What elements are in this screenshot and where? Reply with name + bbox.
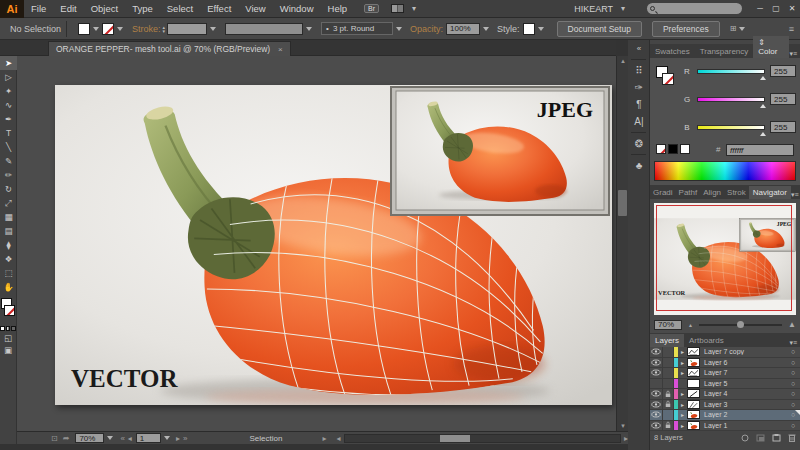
layer-row[interactable]: ▸Layer 7○: [650, 368, 800, 379]
control-panel-menu-icon[interactable]: ≡: [789, 24, 794, 34]
document-setup-button[interactable]: Document Setup: [557, 21, 642, 37]
tab-artboards[interactable]: Artboards: [684, 334, 729, 347]
dropdown-arrow-icon[interactable]: [538, 27, 544, 31]
menu-object[interactable]: Object: [84, 0, 125, 18]
layer-name[interactable]: Layer 1: [700, 422, 786, 429]
status-flyout-icon[interactable]: ▸: [322, 434, 326, 443]
stroke-swatch[interactable]: [662, 73, 674, 85]
direct-selection-tool[interactable]: ▷: [0, 70, 17, 84]
artboards-panel-icon[interactable]: ⠿: [628, 62, 650, 79]
layer-row[interactable]: Layer 5○: [650, 379, 800, 390]
target-circle-icon[interactable]: ○: [786, 348, 800, 355]
target-circle-icon[interactable]: ○: [786, 359, 800, 366]
brush-definition[interactable]: • 3 pt. Round: [321, 22, 393, 35]
layer-name[interactable]: Layer 3: [700, 401, 786, 408]
next-artboard-icon[interactable]: ▸: [176, 434, 180, 443]
tab-stroke[interactable]: Strok: [724, 186, 749, 199]
clipping-mask-icon[interactable]: [741, 434, 749, 442]
dropdown-arrow-icon[interactable]: [396, 27, 402, 31]
visibility-toggle[interactable]: [650, 389, 663, 399]
tab-transparency[interactable]: Transparency: [695, 45, 754, 58]
color-spectrum[interactable]: [654, 161, 796, 181]
menu-window[interactable]: Window: [273, 0, 321, 18]
navigator-proxy-view[interactable]: [656, 205, 792, 311]
layer-row[interactable]: ▸Layer 6○: [650, 358, 800, 369]
dropdown-arrow-icon[interactable]: [306, 27, 312, 31]
panel-menu-icon[interactable]: ▾≡: [791, 191, 800, 199]
expand-arrow-icon[interactable]: ▸: [678, 348, 687, 355]
variable-width-profile[interactable]: [225, 23, 303, 35]
layer-row[interactable]: ▸Layer 7 copy○: [650, 347, 800, 358]
dropdown-arrow-icon[interactable]: [210, 27, 216, 31]
lock-toggle[interactable]: [663, 379, 674, 389]
mesh-tool[interactable]: ▦: [0, 210, 17, 224]
brushes-panel-icon[interactable]: ✑: [628, 79, 650, 96]
bridge-icon[interactable]: Br: [364, 4, 379, 13]
layer-name[interactable]: Layer 2: [700, 411, 786, 418]
visibility-toggle[interactable]: [650, 379, 663, 389]
dropdown-arrow-icon[interactable]: [739, 27, 745, 31]
layer-name[interactable]: Layer 7: [700, 369, 786, 376]
target-circle-icon[interactable]: ○: [786, 369, 800, 376]
style-swatch[interactable]: [523, 23, 535, 35]
artboard-tool[interactable]: ⬚: [0, 266, 17, 280]
lock-toggle[interactable]: [663, 347, 674, 357]
prev-artboard-icon[interactable]: ◂: [128, 434, 132, 443]
tab-close-icon[interactable]: ×: [278, 45, 283, 54]
content-sensor-icon[interactable]: ⊡: [51, 434, 58, 443]
appearance-panel-icon[interactable]: ❂: [628, 135, 650, 152]
expand-arrow-icon[interactable]: ▸: [678, 411, 687, 418]
tab-swatches[interactable]: Swatches: [650, 45, 695, 58]
zoom-out-icon[interactable]: ▲: [688, 322, 693, 328]
none-swatch[interactable]: [656, 144, 666, 154]
pen-tool[interactable]: ✒: [0, 112, 17, 126]
red-value-field[interactable]: 255: [770, 65, 796, 77]
lasso-tool[interactable]: ∿: [0, 98, 17, 112]
chevron-down-icon[interactable]: ▾: [621, 4, 625, 13]
layer-thumbnail[interactable]: [687, 421, 700, 430]
layer-thumbnail[interactable]: [687, 379, 700, 388]
width-tool[interactable]: ⤢: [0, 196, 17, 210]
paragraph-panel-icon[interactable]: ¶: [628, 96, 650, 113]
expand-arrow-icon[interactable]: ▸: [678, 422, 687, 429]
layer-thumbnail[interactable]: [687, 389, 700, 398]
white-swatch[interactable]: [680, 144, 690, 154]
hex-field[interactable]: ffffff: [726, 144, 794, 156]
gradient-mode-button[interactable]: [6, 326, 11, 331]
tab-color[interactable]: ⇕ Color: [753, 36, 789, 58]
arrange-documents-icon[interactable]: ⊞: [730, 24, 737, 33]
navigator-zoom-slider[interactable]: [699, 324, 782, 326]
dropdown-arrow-icon[interactable]: [117, 27, 123, 31]
layer-row[interactable]: ▸Layer 4○: [650, 389, 800, 400]
expand-arrow-icon[interactable]: ▸: [678, 401, 687, 408]
menu-view[interactable]: View: [238, 0, 272, 18]
expand-arrow-icon[interactable]: ▸: [678, 359, 687, 366]
artboard-number-field[interactable]: 1: [136, 433, 161, 443]
layer-name[interactable]: Layer 6: [700, 359, 786, 366]
pencil-tool[interactable]: ✏: [0, 168, 17, 182]
red-slider-thumb[interactable]: [760, 76, 766, 80]
selection-tool[interactable]: ➤: [0, 56, 17, 70]
blend-tool[interactable]: ❖: [0, 252, 17, 266]
line-tool[interactable]: ╲: [0, 140, 17, 154]
canvas[interactable]: [17, 56, 616, 431]
target-circle-icon[interactable]: ○: [786, 380, 800, 387]
preferences-button[interactable]: Preferences: [652, 21, 720, 37]
color-mode-button[interactable]: [0, 326, 5, 331]
visibility-toggle[interactable]: [650, 368, 663, 378]
close-button[interactable]: ✕: [784, 4, 800, 13]
fill-stroke-control[interactable]: [0, 298, 17, 324]
tab-gradient[interactable]: Gradi: [650, 186, 676, 199]
layer-thumbnail[interactable]: [687, 400, 700, 409]
none-mode-button[interactable]: [11, 326, 16, 331]
fill-color-swatch[interactable]: [78, 23, 90, 35]
zoom-field[interactable]: 70%: [75, 433, 104, 443]
eyedropper-tool[interactable]: ⧫: [0, 238, 17, 252]
workspace-name[interactable]: HIKEART: [574, 4, 613, 14]
layer-name[interactable]: Layer 7 copy: [700, 348, 786, 355]
opacity-label[interactable]: Opacity:: [410, 24, 443, 34]
lock-toggle[interactable]: [663, 358, 674, 368]
type-tool[interactable]: T: [0, 126, 17, 140]
dropdown-arrow-icon[interactable]: [164, 436, 170, 440]
navigator-thumbnail[interactable]: [654, 203, 796, 315]
